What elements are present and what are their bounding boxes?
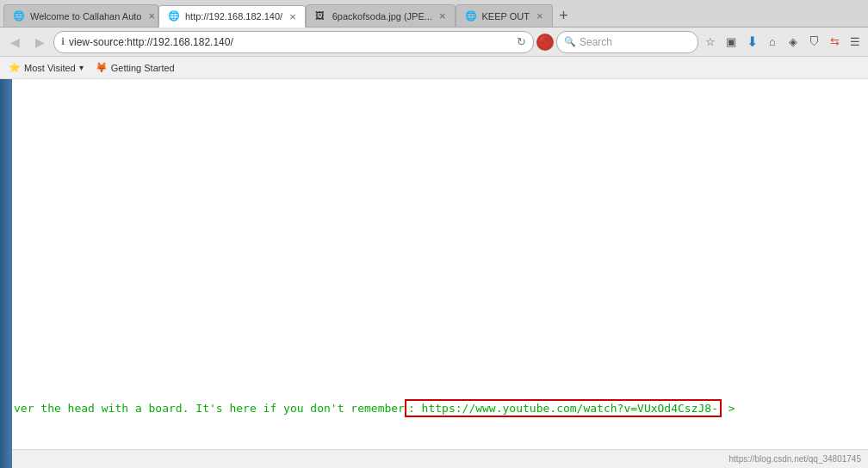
tab1-label: Welcome to Callahan Auto — [30, 11, 141, 22]
new-tab-button[interactable]: + — [553, 4, 575, 27]
lock-icon: ℹ — [61, 36, 65, 47]
firefox-icon: 🦊 — [96, 62, 108, 73]
sync-button[interactable]: ⇆ — [825, 33, 844, 52]
forward-button[interactable]: ▶ — [28, 31, 51, 53]
tab1-close-icon[interactable]: × — [148, 10, 155, 22]
tab2-favicon-icon: 🌐 — [168, 10, 180, 22]
main-content: ver the head with a board. It's here if … — [0, 79, 868, 468]
bookmarks-bar: ⭐ Most Visited ▾ 🦊 Getting Started — [0, 57, 868, 79]
search-placeholder: Search — [580, 36, 612, 48]
tab4-label: KEEP OUT — [482, 11, 530, 22]
menu-button[interactable]: ☰ — [846, 33, 865, 52]
chevron-down-icon: ▾ — [79, 63, 84, 72]
address-text: view-source:http://192.168.182.140/ — [69, 36, 512, 48]
tab-jpeg[interactable]: 🖼 6packofsoda.jpg (JPE... × — [306, 4, 456, 27]
tab1-favicon-icon: 🌐 — [13, 10, 25, 22]
pocket-button[interactable]: ◈ — [784, 33, 803, 52]
shield-button[interactable]: ⛉ — [804, 33, 823, 52]
watermark-text: https://blog.csdn.net/qq_34801745 — [729, 454, 861, 464]
tab2-close-icon[interactable]: × — [289, 11, 296, 22]
most-visited-icon: ⭐ — [9, 62, 21, 73]
tab3-favicon-icon: 🖼 — [315, 10, 327, 22]
tab-viewsource[interactable]: 🌐 http://192.168.182.140/ × — [158, 5, 306, 28]
tab3-label: 6packofsoda.jpg (JPE... — [332, 11, 432, 22]
code-text-before: ver the head with a board. It's here if … — [14, 402, 405, 415]
bookmark-most-visited[interactable]: ⭐ Most Visited ▾ — [5, 60, 87, 75]
code-link-highlighted: : https://www.youtube.com/watch?v=VUxOd4… — [405, 399, 722, 417]
reader-button[interactable]: ▣ — [722, 33, 741, 52]
bookmark-most-visited-label: Most Visited — [24, 63, 76, 73]
left-edge-decoration — [0, 79, 12, 468]
bookmark-getting-started-label: Getting Started — [111, 63, 175, 73]
tab3-close-icon[interactable]: × — [439, 10, 446, 22]
search-magnify-icon: 🔍 — [564, 36, 576, 47]
star-button[interactable]: ☆ — [701, 33, 720, 52]
refresh-icon[interactable]: ↻ — [517, 35, 526, 48]
block-icon: 🚫 — [536, 34, 554, 51]
nav-bar: ◀ ▶ ℹ view-source:http://192.168.182.140… — [0, 28, 868, 57]
tab-bar: 🌐 Welcome to Callahan Auto × 🌐 http://19… — [0, 0, 868, 28]
address-bar[interactable]: ℹ view-source:http://192.168.182.140/ ↻ — [53, 31, 534, 53]
status-bar: https://blog.csdn.net/qq_34801745 — [0, 449, 868, 468]
tab4-close-icon[interactable]: × — [536, 10, 543, 22]
tab-keepout[interactable]: 🌐 KEEP OUT × — [456, 4, 553, 27]
back-button[interactable]: ◀ — [3, 31, 26, 53]
tab4-favicon-icon: 🌐 — [465, 10, 477, 22]
tab2-label: http://192.168.182.140/ — [185, 11, 282, 22]
bookmark-getting-started[interactable]: 🦊 Getting Started — [92, 60, 178, 75]
download-button[interactable]: ⬇ — [742, 33, 761, 52]
code-line: ver the head with a board. It's here if … — [12, 396, 868, 421]
tab-welcome[interactable]: 🌐 Welcome to Callahan Auto × — [3, 4, 158, 27]
home-button[interactable]: ⌂ — [763, 33, 782, 52]
search-bar[interactable]: 🔍 Search — [556, 31, 698, 53]
code-text-after: > — [722, 402, 735, 415]
nav-actions: ☆ ▣ ⬇ ⌂ ◈ ⛉ ⇆ ☰ — [701, 33, 865, 52]
